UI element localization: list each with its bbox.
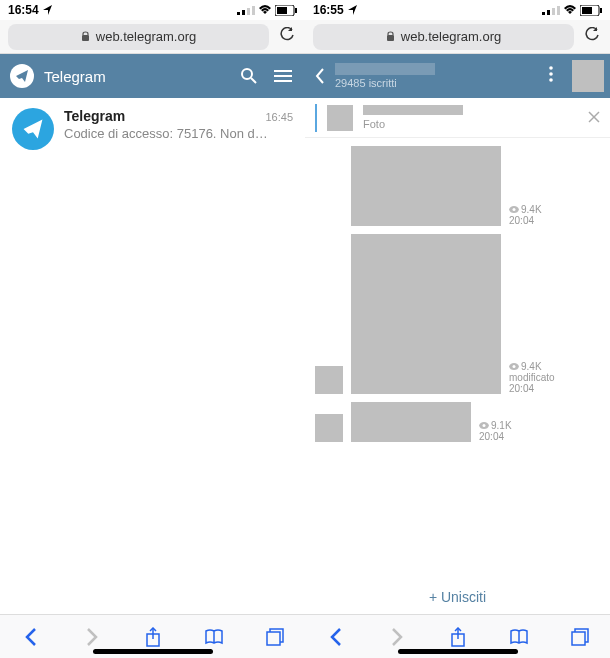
home-indicator[interactable] (93, 649, 213, 654)
address-bar: web.telegram.org (0, 20, 305, 54)
svg-line-9 (251, 78, 256, 83)
pin-indicator (315, 104, 317, 132)
svg-point-30 (513, 208, 516, 211)
refresh-button[interactable] (582, 27, 602, 47)
eye-icon (509, 206, 519, 213)
battery-icon (275, 5, 297, 16)
tabs-button[interactable] (560, 617, 600, 657)
svg-rect-3 (252, 6, 255, 15)
back-button[interactable] (311, 54, 329, 98)
location-icon (43, 5, 53, 15)
screen-right: 16:55 web.telegram.org 29485 iscritti (305, 0, 610, 658)
message-time: 20:04 (479, 431, 504, 442)
chat-preview: Codice di accesso: 75176. Non d… (64, 126, 293, 141)
signal-icon (237, 5, 255, 15)
svg-rect-1 (242, 10, 245, 15)
message-avatar (315, 198, 343, 226)
book-icon (510, 629, 528, 645)
message-meta: 9.4K20:04 (509, 204, 549, 226)
message-row[interactable]: 9.1K20:04 (305, 398, 610, 446)
location-icon (348, 5, 358, 15)
chevron-left-icon (25, 628, 37, 646)
message-avatar (315, 366, 343, 394)
plane-icon (15, 69, 29, 83)
channel-title-area[interactable]: 29485 iscritti (335, 63, 530, 89)
svg-rect-19 (552, 8, 555, 15)
channel-name-redacted (335, 63, 435, 75)
pinned-thumbnail (327, 105, 353, 131)
more-button[interactable] (536, 66, 566, 87)
close-pinned-button[interactable] (588, 109, 600, 127)
subscriber-count: 29485 iscritti (335, 77, 530, 89)
search-button[interactable] (237, 64, 261, 88)
back-button[interactable] (11, 617, 51, 657)
svg-rect-0 (237, 12, 240, 15)
views-count: 9.4K (509, 204, 542, 215)
message-media[interactable] (351, 402, 471, 442)
message-media[interactable] (351, 234, 501, 394)
svg-rect-20 (557, 6, 560, 15)
svg-rect-2 (247, 8, 250, 15)
book-icon (205, 629, 223, 645)
pinned-label: Foto (363, 118, 578, 130)
wifi-icon (258, 5, 272, 15)
back-button[interactable] (316, 617, 356, 657)
join-button[interactable]: + Unisciti (429, 589, 486, 605)
avatar (12, 108, 54, 150)
lock-icon (386, 31, 395, 42)
plane-icon (22, 118, 44, 140)
url-field[interactable]: web.telegram.org (313, 24, 574, 50)
home-indicator[interactable] (398, 649, 518, 654)
svg-rect-6 (295, 8, 297, 13)
views-count: 9.4K (509, 361, 542, 372)
message-avatar (315, 414, 343, 442)
svg-rect-16 (267, 632, 280, 645)
url-text: web.telegram.org (401, 29, 501, 44)
status-bar: 16:55 (305, 0, 610, 20)
message-meta: 9.1K20:04 (479, 420, 519, 442)
message-row[interactable]: 9.4K20:04 (305, 142, 610, 230)
refresh-icon (584, 27, 600, 43)
svg-point-27 (549, 78, 553, 82)
svg-rect-23 (600, 8, 602, 13)
share-icon (450, 627, 466, 647)
screen-left: 16:54 web.telegram.org Telegram (0, 0, 305, 658)
join-row: + Unisciti (305, 580, 610, 614)
svg-rect-7 (82, 35, 89, 41)
chevron-right-icon (86, 628, 98, 646)
chat-list: Telegram 16:45 Codice di accesso: 75176.… (0, 98, 305, 614)
url-field[interactable]: web.telegram.org (8, 24, 269, 50)
chevron-right-icon (391, 628, 403, 646)
eye-icon (479, 422, 489, 429)
status-time: 16:54 (8, 3, 39, 17)
chat-name: Telegram (64, 108, 125, 124)
message-list[interactable]: 9.4K20:04 9.4Kmodificato20:04 9.1K20:04 (305, 138, 610, 580)
chevron-left-icon (315, 68, 325, 84)
message-meta: 9.4Kmodificato20:04 (509, 361, 549, 394)
tabs-button[interactable] (255, 617, 295, 657)
menu-icon (274, 69, 292, 83)
dots-vertical-icon (549, 66, 553, 82)
channel-avatar[interactable] (572, 60, 604, 92)
search-icon (240, 67, 258, 85)
message-row[interactable]: 9.4Kmodificato20:04 (305, 230, 610, 398)
pinned-message[interactable]: Foto (305, 98, 610, 138)
svg-point-26 (549, 72, 553, 76)
address-bar: web.telegram.org (305, 20, 610, 54)
signal-icon (542, 5, 560, 15)
chevron-left-icon (330, 628, 342, 646)
status-bar: 16:54 (0, 0, 305, 20)
app-title: Telegram (44, 68, 227, 85)
channel-header: 29485 iscritti (305, 54, 610, 98)
menu-button[interactable] (271, 64, 295, 88)
svg-rect-5 (277, 7, 287, 14)
share-icon (145, 627, 161, 647)
chat-item-telegram[interactable]: Telegram 16:45 Codice di accesso: 75176.… (0, 98, 305, 160)
svg-rect-24 (387, 35, 394, 41)
close-icon (588, 111, 600, 123)
message-media[interactable] (351, 146, 501, 226)
refresh-button[interactable] (277, 27, 297, 47)
eye-icon (509, 363, 519, 370)
tabs-icon (266, 628, 284, 646)
url-text: web.telegram.org (96, 29, 196, 44)
